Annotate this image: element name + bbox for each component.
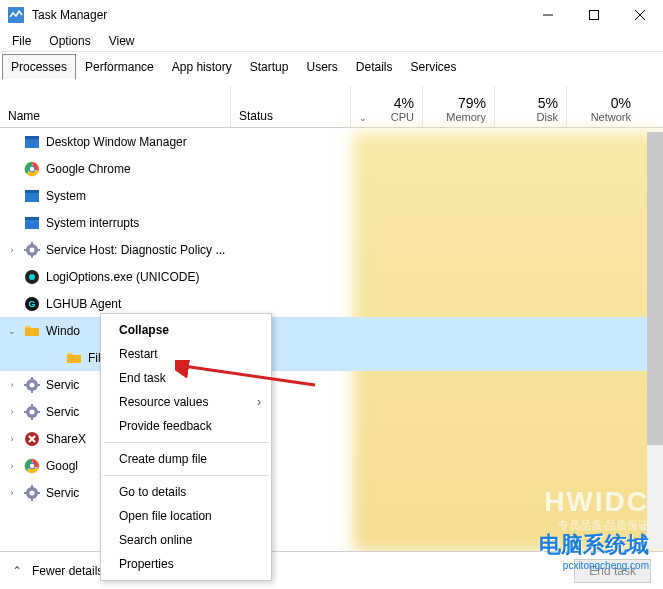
tab-startup[interactable]: Startup bbox=[241, 54, 298, 80]
fewer-details-link[interactable]: Fewer details bbox=[32, 564, 103, 578]
menu-view[interactable]: View bbox=[101, 32, 143, 50]
menubar: File Options View bbox=[0, 30, 663, 52]
svg-point-28 bbox=[30, 382, 35, 387]
context-menu-item-provide-feedback[interactable]: Provide feedback bbox=[101, 414, 271, 438]
folder-icon bbox=[66, 350, 82, 366]
context-menu-item-collapse[interactable]: Collapse bbox=[101, 318, 271, 342]
process-row[interactable]: Google Chrome bbox=[0, 155, 663, 182]
chevron-up-icon[interactable]: ⌃ bbox=[12, 564, 22, 578]
process-name: System bbox=[46, 189, 86, 203]
process-row[interactable]: Desktop Window Manager bbox=[0, 128, 663, 155]
close-button[interactable] bbox=[617, 0, 663, 30]
window-title: Task Manager bbox=[32, 8, 107, 22]
scrollbar-thumb[interactable] bbox=[647, 132, 663, 445]
chevron-right-icon[interactable]: › bbox=[6, 461, 18, 471]
vertical-scrollbar[interactable] bbox=[647, 132, 663, 549]
tab-processes[interactable]: Processes bbox=[2, 54, 76, 80]
process-name: Google Chrome bbox=[46, 162, 131, 176]
menu-separator bbox=[103, 442, 269, 443]
watermark-secondary: 电脑系统城 pcxitongcheng.com bbox=[539, 530, 649, 571]
tab-details[interactable]: Details bbox=[347, 54, 402, 80]
context-menu-item-properties[interactable]: Properties bbox=[101, 552, 271, 576]
svg-rect-2 bbox=[590, 11, 599, 20]
folder-icon bbox=[24, 323, 40, 339]
process-name: System interrupts bbox=[46, 216, 139, 230]
context-menu-item-end-task[interactable]: End task bbox=[101, 366, 271, 390]
process-row[interactable]: ›Service Host: Diagnostic Policy ... bbox=[0, 236, 663, 263]
svg-point-45 bbox=[30, 490, 35, 495]
gear-icon bbox=[24, 242, 40, 258]
gear-icon bbox=[24, 404, 40, 420]
process-name-cell: LogiOptions.exe (UNICODE) bbox=[0, 269, 231, 285]
column-disk[interactable]: 5% Disk bbox=[495, 86, 567, 127]
minimize-button[interactable] bbox=[525, 0, 571, 30]
process-name: Service Host: Diagnostic Policy ... bbox=[46, 243, 225, 257]
tab-users[interactable]: Users bbox=[297, 54, 346, 80]
process-name: LogiOptions.exe (UNICODE) bbox=[46, 270, 199, 284]
chevron-right-icon[interactable]: › bbox=[6, 245, 18, 255]
chevron-down-icon[interactable]: ⌄ bbox=[6, 326, 18, 336]
chrome-icon bbox=[24, 458, 40, 474]
chevron-right-icon[interactable]: › bbox=[6, 380, 18, 390]
svg-rect-14 bbox=[25, 217, 39, 220]
context-menu-item-resource-values[interactable]: Resource values bbox=[101, 390, 271, 414]
chevron-down-icon: ⌄ bbox=[359, 113, 367, 123]
context-menu-item-restart[interactable]: Restart bbox=[101, 342, 271, 366]
titlebar: Task Manager bbox=[0, 0, 663, 30]
process-name: Googl bbox=[46, 459, 78, 473]
chevron-right-icon[interactable]: › bbox=[6, 488, 18, 498]
svg-text:G: G bbox=[28, 299, 35, 309]
process-name: Servic bbox=[46, 486, 79, 500]
menu-options[interactable]: Options bbox=[41, 32, 98, 50]
context-menu-item-open-file-location[interactable]: Open file location bbox=[101, 504, 271, 528]
process-row[interactable]: LogiOptions.exe (UNICODE) bbox=[0, 263, 663, 290]
column-status[interactable]: Status bbox=[231, 86, 351, 127]
process-name: Desktop Window Manager bbox=[46, 135, 187, 149]
chrome-icon bbox=[24, 161, 40, 177]
svg-rect-12 bbox=[25, 190, 39, 193]
process-name: Windo bbox=[46, 324, 80, 338]
maximize-button[interactable] bbox=[571, 0, 617, 30]
tab-performance[interactable]: Performance bbox=[76, 54, 163, 80]
svg-point-16 bbox=[30, 247, 35, 252]
tab-services[interactable]: Services bbox=[402, 54, 466, 80]
svg-point-10 bbox=[30, 166, 34, 170]
tab-app-history[interactable]: App history bbox=[163, 54, 241, 80]
process-row[interactable]: System interrupts bbox=[0, 209, 663, 236]
window-icon bbox=[24, 134, 40, 150]
process-name-cell: Google Chrome bbox=[0, 161, 231, 177]
menu-file[interactable]: File bbox=[4, 32, 39, 50]
window-controls bbox=[525, 0, 663, 30]
column-network[interactable]: 0% Network bbox=[567, 86, 639, 127]
process-name: Servic bbox=[46, 378, 79, 392]
process-row[interactable]: System bbox=[0, 182, 663, 209]
column-headers: Name Status ⌄ 4% CPU 79% Memory 5% Disk … bbox=[0, 86, 663, 128]
gear-icon bbox=[24, 377, 40, 393]
column-memory[interactable]: 79% Memory bbox=[423, 86, 495, 127]
app-icon bbox=[8, 7, 24, 23]
column-cpu[interactable]: ⌄ 4% CPU bbox=[351, 86, 423, 127]
svg-point-34 bbox=[30, 409, 35, 414]
chevron-right-icon[interactable]: › bbox=[6, 434, 18, 444]
lghub-icon: G bbox=[24, 296, 40, 312]
chevron-right-icon[interactable]: › bbox=[6, 407, 18, 417]
sharex-icon bbox=[24, 431, 40, 447]
tab-strip: Processes Performance App history Startu… bbox=[0, 52, 663, 80]
context-menu-item-go-to-details[interactable]: Go to details bbox=[101, 480, 271, 504]
svg-rect-25 bbox=[25, 328, 39, 336]
menu-separator bbox=[103, 475, 269, 476]
process-name: LGHUB Agent bbox=[46, 297, 121, 311]
context-menu: CollapseRestartEnd taskResource valuesPr… bbox=[100, 313, 272, 581]
process-name: ShareX bbox=[46, 432, 86, 446]
svg-rect-26 bbox=[67, 355, 81, 363]
context-menu-item-search-online[interactable]: Search online bbox=[101, 528, 271, 552]
process-name-cell: ›Service Host: Diagnostic Policy ... bbox=[0, 242, 231, 258]
process-name-cell: Desktop Window Manager bbox=[0, 134, 231, 150]
svg-point-22 bbox=[29, 274, 35, 280]
context-menu-item-create-dump-file[interactable]: Create dump file bbox=[101, 447, 271, 471]
column-name[interactable]: Name bbox=[0, 86, 231, 127]
window-icon bbox=[24, 188, 40, 204]
process-name-cell: System interrupts bbox=[0, 215, 231, 231]
process-name-cell: System bbox=[0, 188, 231, 204]
gear-icon bbox=[24, 485, 40, 501]
